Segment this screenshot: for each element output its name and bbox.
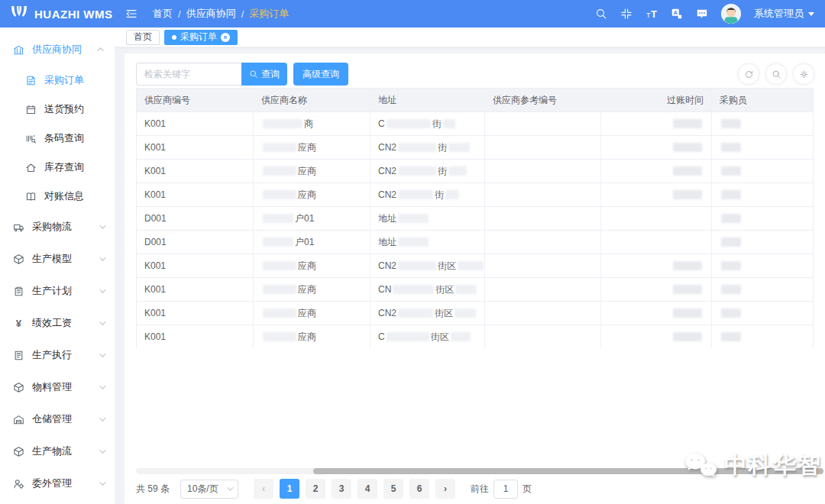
supplier-code-cell: D001 <box>137 231 254 254</box>
goto-page-input[interactable] <box>493 480 518 499</box>
page-button-2[interactable]: 2 <box>306 479 325 499</box>
column-header-采购员: 采购员 <box>712 89 814 111</box>
supplier-code-cell: K001 <box>137 112 254 135</box>
sidebar-item-仓储管理[interactable]: 仓储管理 <box>0 403 115 435</box>
svg-text:T: T <box>651 8 657 20</box>
avatar[interactable] <box>721 4 741 24</box>
breadcrumb-item[interactable]: 首页 <box>153 7 173 21</box>
chevron-down-icon <box>99 479 105 485</box>
chevron-down-icon <box>99 286 105 292</box>
sidebar-subitem-条码查询[interactable]: 条码查询 <box>0 124 115 153</box>
sidebar-subitem-库存查询[interactable]: 库存查询 <box>0 153 115 182</box>
redacted-blur <box>721 309 741 318</box>
supplier-ref-cell <box>485 278 601 301</box>
posting-time-cell <box>601 136 712 159</box>
table-row[interactable]: D001户01地址 <box>137 206 813 230</box>
user-menu[interactable]: 系统管理员 <box>754 7 814 21</box>
cell-text-fragment: 应商 <box>298 189 316 202</box>
cell-text-fragment: 街 <box>438 141 447 154</box>
sidebar-item-生产物流[interactable]: 生产物流 <box>0 435 115 467</box>
supplier-ref-cell <box>485 136 601 159</box>
table-row[interactable]: K001应商CN2街 <box>137 135 813 159</box>
sidebar-menu: 供应商协同采购订单送货预约条码查询库存查询对账信息采购物流生产模型生产计划¥绩效… <box>0 27 115 504</box>
next-page-button[interactable]: › <box>435 479 455 499</box>
breadcrumb-item[interactable]: 供应商协同 <box>186 7 236 21</box>
cell-text-fragment: CN2 <box>378 142 396 153</box>
sidebar-item-label: 物料管理 <box>32 380 72 394</box>
search-group: 查询 <box>136 63 287 86</box>
top-bar: HUAZHI WMS 首页/供应商协同/采购订单 TTA 系统管理员 <box>0 0 825 27</box>
redacted-blur <box>393 285 434 294</box>
chevron-down-icon <box>99 254 105 260</box>
cell-text-fragment: 应商 <box>298 165 316 178</box>
sidebar-item-物料管理[interactable]: 物料管理 <box>0 371 115 403</box>
chevron-down-icon <box>99 383 105 389</box>
cube-icon <box>13 254 24 265</box>
sidebar-item-采购物流[interactable]: 采购物流 <box>0 211 115 243</box>
redacted-blur <box>673 332 702 341</box>
page-button-3[interactable]: 3 <box>332 479 351 499</box>
table-row[interactable]: K001应商CN街区 <box>137 277 813 301</box>
book-icon <box>25 191 37 202</box>
sidebar-item-绩效工资[interactable]: ¥绩效工资 <box>0 307 115 339</box>
sidebar-item-生产执行[interactable]: 生产执行 <box>0 339 115 371</box>
query-button[interactable]: 查询 <box>241 63 287 86</box>
supplier-name-cell: 应商 <box>254 254 370 277</box>
sidebar-item-生产模型[interactable]: 生产模型 <box>0 243 115 275</box>
redacted-blur <box>263 143 296 152</box>
sidebar-subitem-采购订单[interactable]: 采购订单 <box>0 66 115 95</box>
prev-page-button[interactable]: ‹ <box>254 479 273 499</box>
sidebar-item-label: 仓储管理 <box>32 412 72 426</box>
chevron-up-icon <box>97 47 103 53</box>
svg-text:A: A <box>674 9 678 16</box>
page-size-select[interactable]: 10条/页 <box>180 480 238 499</box>
table-row[interactable]: K001应商CN2街 <box>137 159 813 183</box>
close-icon[interactable]: × <box>221 33 230 42</box>
table-row[interactable]: K001应商CN2街区 <box>137 301 813 325</box>
cell-text-fragment: 街区 <box>438 260 456 273</box>
cell-text-fragment: CN2 <box>378 260 396 271</box>
cell-text-fragment: 街区 <box>435 283 454 296</box>
sidebar-item-委外管理[interactable]: 委外管理 <box>0 467 115 499</box>
table-row[interactable]: K001应商CN2街区 <box>137 254 813 277</box>
translate-icon[interactable]: A <box>671 8 683 20</box>
redacted-blur <box>398 261 436 270</box>
redacted-blur <box>263 166 296 176</box>
posting-time-cell <box>601 112 712 135</box>
cell-text-fragment: 商 <box>304 118 313 131</box>
page-button-5[interactable]: 5 <box>383 479 403 499</box>
page-button-6[interactable]: 6 <box>409 479 429 499</box>
page-button-1[interactable]: 1 <box>280 479 299 499</box>
page-button-4[interactable]: 4 <box>358 479 377 499</box>
supplier-code-cell: K001 <box>137 183 254 206</box>
supplier-code-cell: D001 <box>137 207 254 230</box>
sidebar-item-生产计划[interactable]: 生产计划 <box>0 275 115 307</box>
horizontal-scrollbar-thumb[interactable] <box>313 468 823 474</box>
table-row[interactable]: K001应商C街区 <box>137 325 813 348</box>
address-cell: CN街区 <box>370 278 485 301</box>
cube-icon <box>13 446 24 457</box>
magnifier-button[interactable] <box>766 64 786 84</box>
column-header-供应商名称: 供应商名称 <box>254 89 370 111</box>
breadcrumb-item[interactable]: 采购订单 <box>249 7 289 21</box>
font-size-icon[interactable]: TT <box>645 8 658 20</box>
table-row[interactable]: D001户01地址 <box>137 230 813 254</box>
compress-icon[interactable] <box>620 8 632 20</box>
column-header-供应商编号: 供应商编号 <box>137 89 254 111</box>
advanced-query-button[interactable]: 高级查询 <box>293 63 348 86</box>
sidebar-subitem-送货预约[interactable]: 送货预约 <box>0 95 115 124</box>
sidebar-subitem-对账信息[interactable]: 对账信息 <box>0 182 115 211</box>
gear-button[interactable] <box>794 64 814 84</box>
refresh-button[interactable] <box>739 64 759 84</box>
tab-首页[interactable]: 首页 <box>126 30 160 45</box>
app-title: HUAZHI WMS <box>34 8 113 21</box>
sidebar-toggle-icon[interactable] <box>125 8 138 20</box>
search-input[interactable] <box>136 63 241 86</box>
search-icon[interactable] <box>595 8 607 20</box>
table-row[interactable]: K001商C街 <box>137 111 813 135</box>
cell-text-fragment: CN2 <box>378 308 396 318</box>
message-icon[interactable] <box>696 8 708 20</box>
sidebar-item-供应商协同[interactable]: 供应商协同 <box>0 34 115 66</box>
tab-采购订单[interactable]: 采购订单× <box>164 30 238 45</box>
table-row[interactable]: K001应商CN2街 <box>137 183 813 206</box>
